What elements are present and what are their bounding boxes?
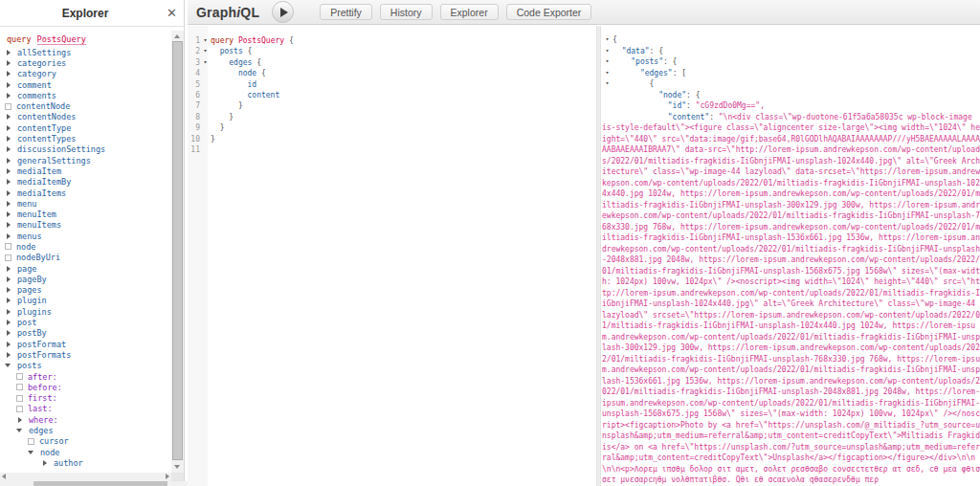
explorer-field-row[interactable]: page xyxy=(0,263,171,274)
explorer-field-row[interactable]: node xyxy=(0,447,171,457)
field-toggle-icon[interactable] xyxy=(5,254,11,261)
field-toggle-icon[interactable] xyxy=(16,416,24,424)
field-toggle-icon[interactable] xyxy=(5,265,12,273)
field-toggle-icon[interactable] xyxy=(28,438,34,445)
explorer-field-row[interactable]: comments xyxy=(0,90,171,100)
field-toggle-icon[interactable] xyxy=(5,70,12,77)
fold-arrow-icon[interactable]: ▾ xyxy=(200,57,211,68)
field-toggle-icon[interactable] xyxy=(16,427,24,434)
explorer-field-row[interactable]: pageBy xyxy=(0,274,171,284)
explorer-field-row[interactable]: before: xyxy=(0,382,171,392)
explorer-field-row[interactable]: discussionSettings xyxy=(0,144,171,155)
explorer-field-row[interactable]: comment xyxy=(0,79,171,90)
execute-button[interactable] xyxy=(272,1,294,23)
fold-arrow-icon[interactable] xyxy=(200,134,211,144)
field-toggle-icon[interactable] xyxy=(5,308,12,316)
explorer-field-row[interactable]: author xyxy=(0,457,171,468)
field-toggle-icon[interactable] xyxy=(28,449,35,456)
fold-arrow-icon[interactable] xyxy=(602,100,612,112)
fold-arrow-icon[interactable] xyxy=(602,90,612,101)
field-toggle-icon[interactable] xyxy=(5,178,12,186)
field-toggle-icon[interactable] xyxy=(5,243,11,250)
explorer-field-row[interactable]: postFormat xyxy=(0,339,171,349)
explorer-field-row[interactable]: nodeByUri xyxy=(0,253,171,263)
explorer-field-row[interactable]: mediaItem xyxy=(0,166,171,176)
scroll-up-icon[interactable] xyxy=(174,34,180,38)
fold-arrow-icon[interactable]: ▾ xyxy=(200,46,211,56)
explorer-field-row[interactable]: menuItem xyxy=(0,209,171,219)
explorer-field-row[interactable]: mediaItemBy xyxy=(0,177,171,188)
explorer-horizontal-scrollbar[interactable] xyxy=(0,473,171,481)
toolbar-button[interactable]: Code Exporter xyxy=(506,4,592,20)
field-toggle-icon[interactable] xyxy=(5,103,11,110)
explorer-field-row[interactable]: post xyxy=(0,317,171,327)
explorer-field-row[interactable]: menuItems xyxy=(0,220,171,231)
field-toggle-icon[interactable] xyxy=(16,373,23,380)
fold-arrow-icon[interactable] xyxy=(200,100,211,111)
explorer-field-row[interactable]: cursor xyxy=(0,436,171,447)
page-horizontal-scrollbar[interactable] xyxy=(0,481,206,486)
fold-arrow-icon[interactable] xyxy=(200,144,211,155)
field-toggle-icon[interactable] xyxy=(5,124,12,132)
toolbar-button[interactable]: History xyxy=(380,4,433,20)
explorer-field-row[interactable]: mediaItems xyxy=(0,188,171,198)
field-toggle-icon[interactable] xyxy=(5,59,12,67)
field-toggle-icon[interactable] xyxy=(5,232,12,240)
explorer-field-row[interactable]: contentNode xyxy=(0,100,171,111)
field-toggle-icon[interactable] xyxy=(16,395,23,402)
field-toggle-icon[interactable] xyxy=(5,189,12,197)
fold-arrow-icon[interactable] xyxy=(200,90,211,100)
field-toggle-icon[interactable] xyxy=(5,319,12,326)
vertical-scroll-thumb[interactable] xyxy=(172,41,183,460)
field-toggle-icon[interactable] xyxy=(5,145,12,153)
explorer-field-row[interactable]: last: xyxy=(0,404,171,414)
fold-arrow-icon[interactable]: ▾ xyxy=(602,34,612,46)
explorer-field-row[interactable]: after: xyxy=(0,371,171,382)
field-toggle-icon[interactable] xyxy=(5,286,12,294)
explorer-field-row[interactable]: category xyxy=(0,69,171,79)
field-toggle-icon[interactable] xyxy=(5,297,12,304)
field-toggle-icon[interactable] xyxy=(41,459,49,467)
field-toggle-icon[interactable] xyxy=(5,81,12,89)
explorer-field-row[interactable]: edges xyxy=(0,425,171,435)
pane-divider[interactable] xyxy=(596,26,601,486)
fold-arrow-icon[interactable]: ▾ xyxy=(602,78,612,90)
explorer-field-row[interactable]: plugin xyxy=(0,296,171,306)
close-icon[interactable]: ✕ xyxy=(167,6,177,21)
fold-arrow-icon[interactable]: ▾ xyxy=(200,35,211,46)
fold-arrow-icon[interactable]: ▾ xyxy=(602,46,612,57)
field-toggle-icon[interactable] xyxy=(5,362,12,369)
fold-arrow-icon[interactable]: ▾ xyxy=(602,56,612,68)
page-scroll-thumb[interactable] xyxy=(33,481,167,486)
explorer-field-row[interactable]: categories xyxy=(0,57,171,68)
field-toggle-icon[interactable] xyxy=(5,329,12,337)
field-toggle-icon[interactable] xyxy=(16,384,23,390)
field-toggle-icon[interactable] xyxy=(5,157,12,165)
field-toggle-icon[interactable] xyxy=(5,351,12,359)
field-toggle-icon[interactable] xyxy=(5,200,12,208)
explorer-field-row[interactable]: contentTypes xyxy=(0,133,171,144)
field-toggle-icon[interactable] xyxy=(5,221,12,229)
fold-arrow-icon[interactable]: ▾ xyxy=(602,68,612,79)
explorer-field-row[interactable]: plugins xyxy=(0,306,171,317)
fold-arrow-icon[interactable] xyxy=(200,112,211,122)
result-panel[interactable]: ▾{ ▾ "data": { ▾ "posts": { ▾ "edges": [ xyxy=(602,26,980,486)
fold-arrow-icon[interactable] xyxy=(200,122,211,133)
field-toggle-icon[interactable] xyxy=(16,406,23,412)
explorer-field-row[interactable]: posts xyxy=(0,361,171,371)
explorer-field-row[interactable]: menu xyxy=(0,198,171,209)
field-toggle-icon[interactable] xyxy=(5,210,12,218)
scroll-right-icon[interactable] xyxy=(166,474,169,479)
field-toggle-icon[interactable] xyxy=(5,135,12,143)
field-toggle-icon[interactable] xyxy=(5,92,12,99)
field-toggle-icon[interactable] xyxy=(5,341,12,348)
explorer-field-row[interactable]: node xyxy=(0,241,171,252)
explorer-field-row[interactable]: where: xyxy=(0,414,171,425)
operation-name-input[interactable]: PostsQuery xyxy=(37,34,86,45)
explorer-field-row[interactable]: generalSettings xyxy=(0,155,171,166)
field-toggle-icon[interactable] xyxy=(5,113,12,121)
fold-arrow-icon[interactable] xyxy=(200,79,211,90)
toolbar-button[interactable]: Explorer xyxy=(440,4,499,20)
explorer-field-row[interactable]: postBy xyxy=(0,328,171,339)
explorer-field-row[interactable]: contentType xyxy=(0,122,171,133)
